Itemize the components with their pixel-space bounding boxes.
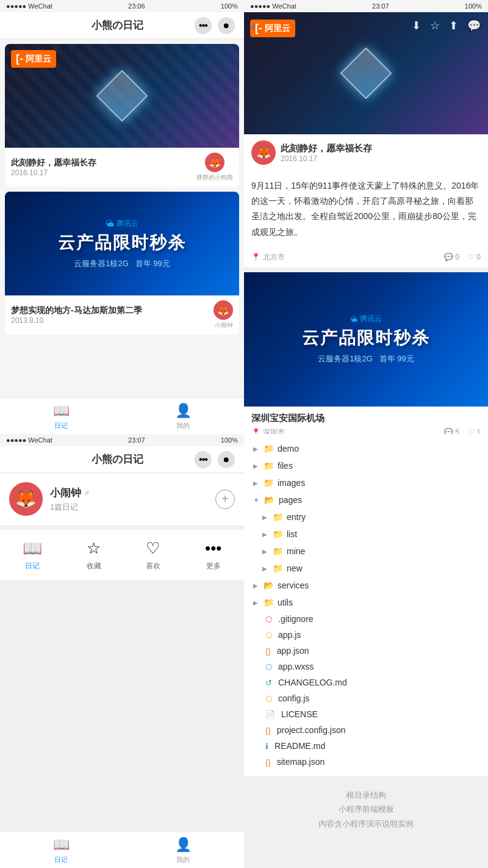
article-location-text: 北京市 (263, 252, 285, 262)
file-name: app.json (277, 646, 309, 656)
menu-collect-label: 收藏 (87, 561, 101, 571)
file-projectconfig[interactable]: {} project.config.json (244, 722, 488, 738)
profile-sub: 1篇日记 (50, 502, 90, 513)
lb-dots-button[interactable]: ••• (195, 451, 212, 468)
lb-tab-diary[interactable]: 📖 日记 (0, 832, 122, 868)
menu-diary[interactable]: 📖 日记 (23, 539, 42, 571)
file-files[interactable]: ▶ 📁 files (244, 457, 488, 474)
chevron-right-icon: ▶ (262, 548, 267, 555)
lb-tab-profile[interactable]: 👤 我的 (122, 832, 244, 868)
ali-banner: [-阿里云 (5, 44, 239, 148)
lb-record-button[interactable]: ⏺ (218, 451, 235, 468)
folder-icon: 📁 (272, 512, 283, 523)
file-changelog[interactable]: ↺ CHANGELOG.md (244, 675, 488, 690)
file-configjs[interactable]: ⬡ config.js (244, 690, 488, 706)
folder-icon: 📁 (263, 597, 274, 608)
post-1-info: 此刻静好，愿幸福长存 2016.10.17 🦊 胖胖的小狗熊 (5, 148, 239, 187)
right-panel-bottom: ▶ 📁 demo ▶ 📁 files ▶ 📁 images ▼ 📂 pages … (244, 434, 488, 868)
menu-collect[interactable]: ☆ 收藏 (87, 539, 101, 571)
file-demo[interactable]: ▶ 📁 demo (244, 440, 488, 457)
file-utils[interactable]: ▶ 📁 utils (244, 594, 488, 611)
folder-icon: 📁 (272, 546, 283, 557)
chevron-down-icon: ▼ (253, 497, 259, 504)
dots-button[interactable]: ••• (195, 17, 212, 34)
file-list[interactable]: ▶ 📁 list (244, 526, 488, 543)
menu-row: 📖 日记 ☆ 收藏 ♡ 喜欢 ••• 更多 (0, 530, 244, 585)
gender-icon: ♂ (84, 488, 90, 497)
comment-count: 💬 0 (444, 253, 459, 261)
rt-battery: 100% (465, 2, 482, 10)
post-2-title: 梦想实现的地方-马达加斯加第二季 (11, 305, 209, 316)
file-appjs[interactable]: ⬡ app.js (244, 627, 488, 643)
back-button[interactable]: ‹ (251, 19, 256, 33)
file-new[interactable]: ▶ 📁 new (244, 560, 488, 577)
left-bottom-status: ●●●●● WeChat 23:07 100% (0, 434, 244, 446)
post-2-text: 梦想实现的地方-马达加斯加第二季 2013.8.10 (11, 305, 209, 325)
chevron-right-icon: ▶ (253, 480, 258, 486)
profile-name: 小闹钟 (50, 486, 81, 500)
menu-like[interactable]: ♡ 喜欢 (146, 539, 160, 571)
ali-logo: [-阿里云 (11, 50, 56, 68)
post-1-avatar: 🦊 (205, 153, 224, 172)
file-name: app.wxss (278, 662, 314, 671)
folder-icon: 📁 (272, 563, 283, 574)
folder-icon: 📁 (263, 477, 274, 488)
footer-line1: 根目录结构 (256, 788, 476, 802)
second-post-location: 📍 深圳市 💬 5 ♡ 1 (251, 427, 481, 434)
second-post-info: 深圳宝安国际机场 📍 深圳市 💬 5 ♡ 1 (244, 407, 488, 434)
article-author-bar: 🦊 此刻静好，愿幸福长存 2016.10.17 (244, 134, 488, 171)
file-sitemap[interactable]: {} sitemap.json (244, 754, 488, 770)
file-appwxss[interactable]: ⬡ app.wxss (244, 659, 488, 675)
file-name: app.js (278, 630, 301, 640)
file-license[interactable]: 📄 LICENSE (244, 706, 488, 722)
menu-more[interactable]: ••• 更多 (205, 539, 221, 571)
folder-icon: 📂 (263, 580, 274, 591)
file-json3-icon: {} (265, 758, 271, 767)
file-readme[interactable]: ℹ README.md (244, 738, 488, 754)
left-nav-bar: 小熊の日记 ••• ⏺ (0, 12, 244, 39)
file-services[interactable]: ▶ 📂 services (244, 577, 488, 594)
post-2-author: 小闹钟 (215, 321, 233, 330)
left-nav-icons: ••• ⏺ (195, 17, 235, 34)
tencent-banner: 🌥腾讯云 云产品限时秒杀 云服务器1核2G 首年 99元 (5, 192, 239, 295)
left-nav-title: 小熊の日记 (92, 18, 143, 32)
file-name: new (287, 563, 303, 573)
file-appjson[interactable]: {} app.json (244, 643, 488, 659)
file-name: config.js (278, 693, 309, 703)
file-name: files (278, 461, 293, 471)
tab-diary[interactable]: 📖 日记 (0, 402, 122, 430)
file-gitignore[interactable]: ⬡ .gitignore (244, 611, 488, 627)
file-name: images (278, 478, 305, 488)
lb-signal: ●●●●● WeChat (6, 436, 52, 444)
lb-nav-title: 小熊の日记 (92, 452, 143, 466)
folder-icon: 📁 (272, 529, 283, 540)
lb-diary-icon: 📖 (52, 836, 70, 853)
file-pages[interactable]: ▼ 📂 pages (244, 491, 488, 508)
tab-profile[interactable]: 👤 我的 (122, 402, 244, 430)
file-info-icon: ℹ (265, 742, 268, 751)
lb-profile-icon: 👤 (174, 836, 192, 853)
file-entry[interactable]: ▶ 📁 entry (244, 508, 488, 526)
add-button[interactable]: + (215, 490, 235, 509)
left-panel-bottom: ●●●●● WeChat 23:07 100% 小熊の日记 ••• ⏺ 🦊 小闹… (0, 434, 244, 868)
left-status-bar: ●●●●● WeChat 23:06 100% (0, 0, 244, 12)
lb-battery: 100% (221, 436, 238, 444)
rt-status-bar: ●●●●● WeChat 23:07 100% (244, 0, 488, 12)
file-images[interactable]: ▶ 📁 images (244, 474, 488, 491)
file-mine[interactable]: ▶ 📁 mine (244, 543, 488, 560)
post-2-date: 2013.8.10 (11, 316, 209, 325)
tab-diary-label: 日记 (54, 421, 68, 430)
file-yellow-icon: ⬡ (265, 631, 272, 640)
menu-more-label: 更多 (206, 561, 221, 571)
menu-like-icon: ♡ (146, 539, 160, 558)
chevron-right-icon: ▶ (253, 599, 258, 606)
second-like-count: ♡ 1 (468, 428, 481, 434)
record-button[interactable]: ⏺ (218, 17, 235, 34)
divider-1 (244, 267, 488, 272)
empty-content (0, 585, 244, 854)
chevron-right-icon: ▶ (262, 565, 267, 572)
post-1-title: 此刻静好，愿幸福长存 (11, 157, 192, 168)
file-license-icon: 📄 (265, 710, 275, 719)
post-1-text: 此刻静好，愿幸福长存 2016.10.17 (11, 157, 192, 177)
file-name: demo (278, 444, 299, 454)
